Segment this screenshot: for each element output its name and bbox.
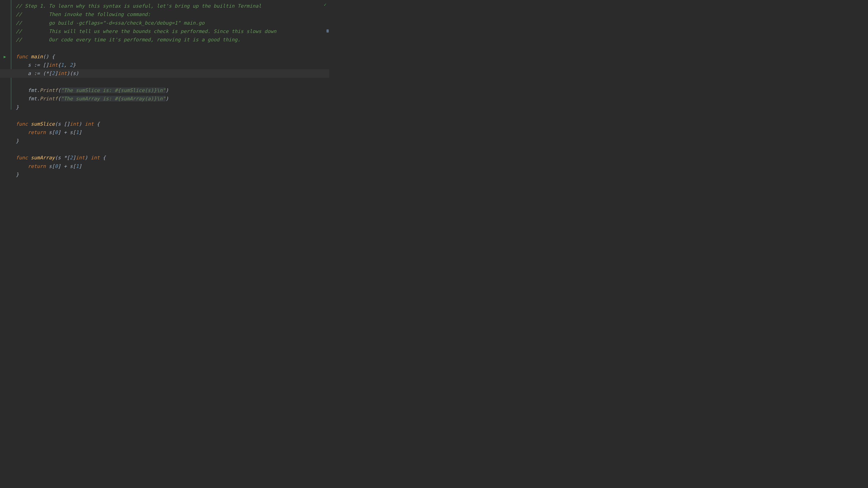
method-name: Printf <box>40 88 58 93</box>
number-literal: 1 <box>76 130 79 135</box>
code-line[interactable]: return s[0] + s[1] <box>16 128 329 136</box>
function-name: main <box>31 54 43 60</box>
comment-text: // Our code every time it's performed, r… <box>16 37 240 42</box>
code-line-current[interactable]: a := (*[2]int)(s) <box>0 69 329 77</box>
code-line[interactable]: // This will tell us where the bounds ch… <box>16 27 329 35</box>
package-ref: fmt. <box>28 88 40 93</box>
code-line-empty[interactable] <box>16 78 329 86</box>
code-line[interactable]: } <box>16 103 329 111</box>
keyword-func: func <box>16 121 28 127</box>
identifier: a <box>28 70 31 76</box>
number-literal: 2 <box>52 70 55 76</box>
keyword-return: return <box>28 130 46 135</box>
package-ref: fmt. <box>28 96 40 101</box>
keyword-return: return <box>28 163 46 169</box>
code-line-empty[interactable] <box>16 44 329 52</box>
code-line[interactable]: } <box>16 137 329 145</box>
function-name: sumArray <box>31 155 55 161</box>
method-name: Printf <box>40 96 58 101</box>
code-line[interactable]: } <box>16 170 329 179</box>
number-literal: 2 <box>70 155 72 161</box>
number-literal: 0 <box>55 130 58 135</box>
type-int: int <box>91 155 100 161</box>
comment-text: // Step 1. To learn why this syntax is u… <box>16 3 261 9</box>
function-name: sumSlice <box>31 121 55 127</box>
comment-text: // This will tell us where the bounds ch… <box>16 29 276 34</box>
number-literal: 1 <box>76 163 79 169</box>
type-int: int <box>70 121 79 127</box>
type-int: int <box>49 62 58 68</box>
keyword-func: func <box>16 54 28 60</box>
comment-text: // Then invoke the following command: <box>16 11 151 17</box>
code-line-empty[interactable] <box>16 111 329 120</box>
code-line[interactable]: return s[0] + s[1] <box>16 162 329 170</box>
code-line[interactable]: func sumSlice(s []int) int { <box>16 120 329 128</box>
code-line[interactable]: func sumArray(s *[2]int) int { <box>16 154 329 162</box>
code-line[interactable]: // Step 1. To learn why this syntax is u… <box>16 2 329 10</box>
code-line[interactable]: s := []int{1, 2} <box>16 61 329 69</box>
code-line[interactable]: // Then invoke the following command: <box>16 10 329 19</box>
code-editor[interactable]: ▶ // Step 1. To learn why this syntax is… <box>0 0 329 185</box>
code-line[interactable]: // go build -gcflags="-d=ssa/check_bce/d… <box>16 19 329 27</box>
scrollbar-thumb[interactable] <box>327 29 329 33</box>
identifier: s <box>28 62 31 68</box>
number-literal: 1 <box>61 62 64 68</box>
code-line[interactable]: func main() { <box>16 53 329 61</box>
code-line-empty[interactable] <box>16 145 329 154</box>
scrollbar-track[interactable] <box>326 0 329 185</box>
number-literal: 2 <box>70 62 72 68</box>
string-literal: "The sumArray is: #{sumArray(a)}\n" <box>61 96 166 101</box>
code-line[interactable]: fmt.Printf("The sumSlice is: #{sumSlice(… <box>16 86 329 95</box>
editor-gutter: ▶ <box>0 0 11 185</box>
keyword-func: func <box>16 155 28 161</box>
string-literal: "The sumSlice is: #{sumSlice(s)}\n" <box>61 88 166 93</box>
type-int: int <box>58 70 67 76</box>
type-int: int <box>76 155 85 161</box>
code-area[interactable]: // Step 1. To learn why this syntax is u… <box>11 0 329 185</box>
number-literal: 0 <box>55 163 58 169</box>
comment-text: // go build -gcflags="-d=ssa/check_bce/d… <box>16 20 205 26</box>
run-gutter-icon[interactable]: ▶ <box>4 54 6 59</box>
code-line[interactable]: // Our code every time it's performed, r… <box>16 35 329 44</box>
code-line[interactable]: fmt.Printf("The sumArray is: #{sumArray(… <box>16 95 329 103</box>
type-int: int <box>85 121 94 127</box>
